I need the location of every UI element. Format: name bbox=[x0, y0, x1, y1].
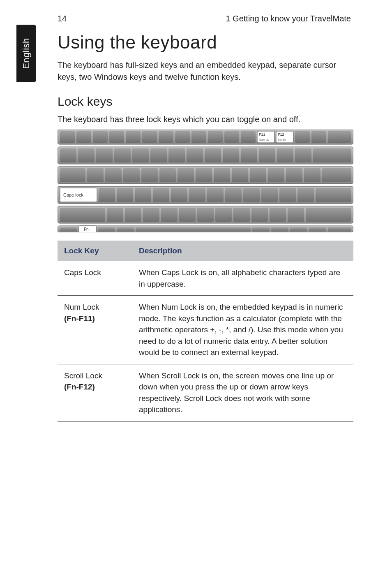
svg-rect-38 bbox=[60, 168, 85, 182]
f12-key: F12 Scr Lk bbox=[276, 131, 293, 143]
table-header-desc: Description bbox=[132, 241, 353, 261]
svg-rect-88 bbox=[309, 227, 326, 232]
svg-rect-21 bbox=[311, 131, 326, 143]
svg-rect-36 bbox=[295, 148, 311, 162]
svg-rect-89 bbox=[328, 227, 351, 232]
svg-rect-71 bbox=[161, 208, 178, 222]
svg-rect-49 bbox=[268, 168, 284, 182]
intro-paragraph: The keyboard has full-sized keys and an … bbox=[58, 59, 353, 83]
svg-rect-48 bbox=[250, 168, 266, 182]
svg-rect-50 bbox=[286, 168, 302, 182]
table-header-key: Lock Key bbox=[58, 241, 132, 261]
svg-rect-17 bbox=[241, 131, 256, 143]
content-area: Using the keyboard The keyboard has full… bbox=[58, 32, 353, 422]
heading-1: Using the keyboard bbox=[58, 32, 353, 53]
svg-rect-32 bbox=[223, 148, 239, 162]
page: English 14 1 Getting to know your Travel… bbox=[0, 0, 392, 563]
f12-sub-label: Scr Lk bbox=[278, 138, 286, 141]
page-number: 14 bbox=[58, 14, 67, 23]
svg-rect-82 bbox=[98, 227, 115, 232]
lock-key-name: Scroll Lock bbox=[64, 371, 102, 380]
svg-rect-9 bbox=[109, 131, 124, 143]
lock-key-desc: When Scroll Lock is on, the screen moves… bbox=[132, 364, 353, 421]
svg-rect-75 bbox=[233, 208, 250, 222]
svg-rect-6 bbox=[60, 131, 75, 143]
svg-rect-15 bbox=[208, 131, 223, 143]
svg-rect-23 bbox=[60, 148, 76, 162]
svg-rect-67 bbox=[60, 208, 105, 222]
svg-rect-63 bbox=[261, 188, 278, 202]
svg-rect-79 bbox=[306, 208, 351, 222]
svg-rect-54 bbox=[99, 188, 115, 202]
svg-rect-11 bbox=[142, 131, 157, 143]
svg-rect-77 bbox=[270, 208, 286, 222]
svg-rect-62 bbox=[243, 188, 260, 202]
svg-rect-33 bbox=[241, 148, 257, 162]
f11-label: F11 bbox=[259, 132, 265, 137]
svg-rect-87 bbox=[290, 227, 307, 232]
lock-key-combo: (Fn-F11) bbox=[64, 313, 126, 324]
svg-rect-31 bbox=[205, 148, 221, 162]
table-row: Scroll Lock (Fn-F12) When Scroll Lock is… bbox=[58, 364, 353, 421]
svg-rect-16 bbox=[224, 131, 239, 143]
svg-rect-45 bbox=[196, 168, 212, 182]
lock-key-combo: (Fn-F12) bbox=[64, 381, 126, 393]
lock-key-table: Lock Key Description Caps Lock When Caps… bbox=[58, 241, 353, 422]
svg-rect-12 bbox=[159, 131, 173, 143]
svg-rect-68 bbox=[107, 208, 123, 222]
f11-sub-label: Num Lk bbox=[259, 138, 269, 141]
svg-rect-27 bbox=[132, 148, 149, 162]
svg-rect-20 bbox=[295, 131, 310, 143]
svg-rect-56 bbox=[135, 188, 151, 202]
svg-rect-47 bbox=[232, 168, 248, 182]
svg-rect-43 bbox=[159, 168, 176, 182]
svg-rect-66 bbox=[316, 188, 351, 202]
language-tab-label: English bbox=[21, 38, 32, 69]
table-row: Num Lock (Fn-F11) When Num Lock is on, t… bbox=[58, 296, 353, 364]
svg-rect-37 bbox=[313, 148, 351, 162]
svg-rect-40 bbox=[105, 168, 122, 182]
svg-rect-7 bbox=[76, 131, 91, 143]
heading-2: Lock keys bbox=[58, 95, 353, 109]
svg-rect-28 bbox=[150, 148, 167, 162]
function-row: F11 Num Lk F12 Scr Lk bbox=[60, 131, 351, 143]
svg-rect-76 bbox=[251, 208, 268, 222]
svg-rect-80 bbox=[60, 227, 77, 232]
svg-rect-30 bbox=[187, 148, 203, 162]
svg-rect-29 bbox=[168, 148, 185, 162]
svg-rect-74 bbox=[215, 208, 232, 222]
svg-rect-35 bbox=[277, 148, 293, 162]
svg-rect-22 bbox=[328, 131, 351, 143]
svg-rect-8 bbox=[93, 131, 108, 143]
fn-label: Fn bbox=[84, 227, 89, 232]
svg-rect-39 bbox=[87, 168, 104, 182]
svg-rect-58 bbox=[171, 188, 187, 202]
caps-row: Cape lock bbox=[60, 188, 351, 202]
svg-rect-10 bbox=[126, 131, 141, 143]
svg-rect-70 bbox=[143, 208, 159, 222]
svg-rect-86 bbox=[271, 227, 288, 232]
caps-lock-key: Cape lock bbox=[60, 188, 97, 202]
lock-key-name: Num Lock bbox=[64, 303, 99, 311]
svg-rect-34 bbox=[259, 148, 275, 162]
svg-rect-51 bbox=[304, 168, 321, 182]
svg-rect-61 bbox=[225, 188, 242, 202]
svg-rect-14 bbox=[191, 131, 206, 143]
svg-rect-72 bbox=[179, 208, 196, 222]
shift-row bbox=[60, 208, 351, 222]
svg-rect-24 bbox=[78, 148, 95, 162]
lock-key-name: Caps Lock bbox=[64, 268, 101, 277]
svg-rect-26 bbox=[114, 148, 131, 162]
table-row: Caps Lock When Caps Lock is on, all alph… bbox=[58, 261, 353, 296]
svg-rect-57 bbox=[153, 188, 169, 202]
svg-rect-65 bbox=[297, 188, 314, 202]
svg-rect-41 bbox=[123, 168, 140, 182]
svg-rect-85 bbox=[252, 227, 270, 232]
svg-rect-73 bbox=[197, 208, 214, 222]
svg-rect-55 bbox=[117, 188, 133, 202]
fn-key: Fn bbox=[79, 226, 96, 232]
language-tab: English bbox=[16, 25, 36, 82]
svg-rect-44 bbox=[178, 168, 194, 182]
svg-rect-60 bbox=[207, 188, 224, 202]
svg-rect-52 bbox=[322, 168, 351, 182]
